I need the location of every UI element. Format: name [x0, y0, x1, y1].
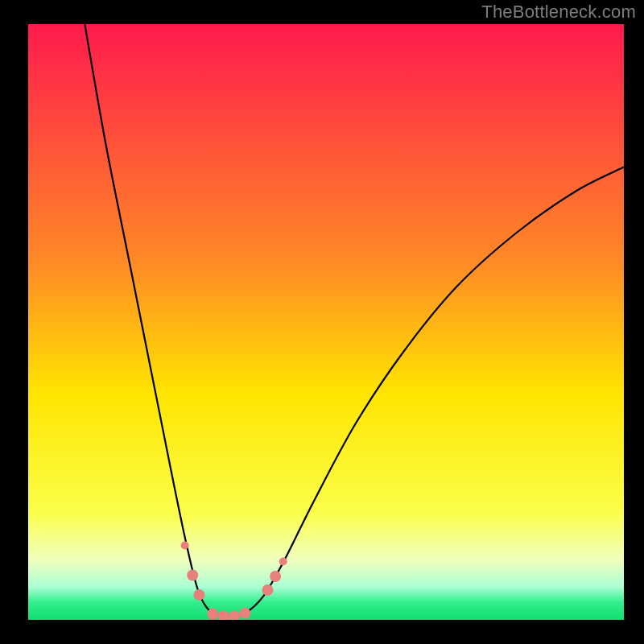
curve-marker — [262, 584, 273, 596]
curve-marker — [181, 542, 189, 550]
curve-marker — [193, 589, 204, 601]
curve-marker — [239, 608, 250, 619]
chart-frame: TheBottleneck.com — [0, 0, 644, 644]
curve-marker — [229, 611, 240, 622]
bottleneck-chart — [0, 0, 644, 644]
curve-marker — [279, 557, 287, 565]
plot-background — [28, 24, 624, 620]
curve-marker — [270, 571, 281, 582]
watermark-label: TheBottleneck.com — [481, 2, 636, 23]
curve-marker — [207, 609, 218, 620]
curve-marker — [187, 570, 198, 581]
curve-marker — [218, 611, 229, 622]
